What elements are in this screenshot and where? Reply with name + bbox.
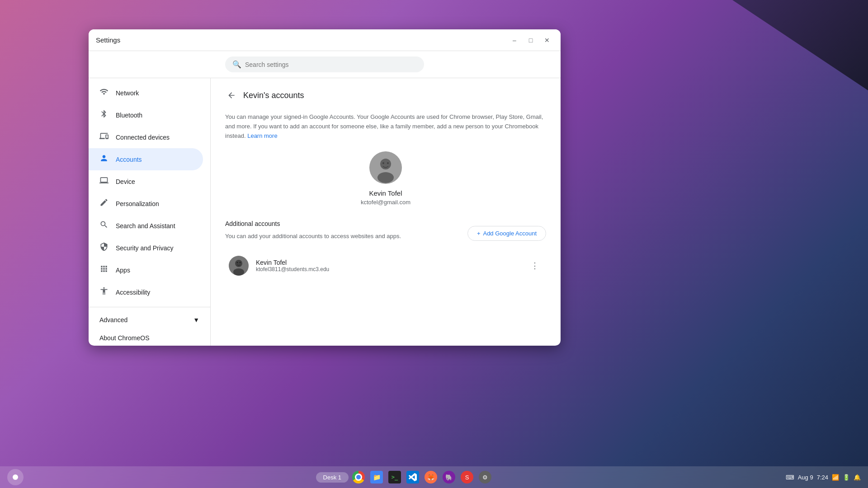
main-content: Network Bluetooth Connected devices xyxy=(89,78,561,346)
battery-icon: 🔋 xyxy=(843,474,850,481)
window-title: Settings xyxy=(96,36,120,44)
notification-icon: 🔔 xyxy=(854,474,861,481)
taskbar: Desk 1 📁 >_ 🦊 🐘 S xyxy=(0,466,868,488)
sidebar-item-search-assistant-label: Search and Assistant xyxy=(116,222,175,230)
terminal-icon: >_ xyxy=(388,471,401,483)
launcher-button[interactable] xyxy=(7,469,24,485)
wifi-status-icon: 📶 xyxy=(832,474,839,481)
window-controls: – □ ✕ xyxy=(508,34,553,47)
add-google-account-button[interactable]: + Add Google Account xyxy=(467,226,546,241)
minimize-button[interactable]: – xyxy=(508,34,521,47)
sketchbook-icon: S xyxy=(461,471,473,483)
search-icon: 🔍 xyxy=(232,60,241,69)
taskbar-time: 7:24 xyxy=(817,474,828,481)
primary-avatar xyxy=(369,151,402,184)
sidebar-item-bluetooth[interactable]: Bluetooth xyxy=(89,104,203,126)
devices-icon xyxy=(99,131,108,143)
account-list-name: Kevin Tofel xyxy=(256,259,520,266)
settings-window: Settings – □ ✕ 🔍 Network xyxy=(89,29,561,346)
search-settings-icon xyxy=(99,220,108,231)
back-button[interactable] xyxy=(225,89,238,102)
primary-account-email: kctofel@gmail.com xyxy=(361,199,410,206)
add-account-label: Add Google Account xyxy=(483,230,537,237)
sidebar-item-device[interactable]: Device xyxy=(89,170,203,192)
app5-icon: 🦊 xyxy=(425,471,437,483)
taskbar-files[interactable]: 📁 xyxy=(368,469,385,485)
sidebar-item-security-privacy[interactable]: Security and Privacy xyxy=(89,237,203,259)
sidebar-item-network[interactable]: Network xyxy=(89,82,203,104)
svg-point-6 xyxy=(235,260,242,267)
sidebar: Network Bluetooth Connected devices xyxy=(89,78,211,346)
sidebar-item-connected-devices-label: Connected devices xyxy=(116,134,170,141)
page-title: Kevin's accounts xyxy=(243,91,304,100)
additional-accounts-info: Additional accounts You can add your add… xyxy=(225,220,401,247)
taskbar-chrome[interactable] xyxy=(350,469,367,485)
taskbar-settings[interactable]: ⚙ xyxy=(477,469,493,485)
taskbar-date: Aug 9 xyxy=(798,474,813,481)
shield-icon xyxy=(99,242,108,253)
titlebar: Settings – □ ✕ xyxy=(89,29,561,51)
sidebar-item-accessibility[interactable]: Accessibility xyxy=(89,281,203,303)
sidebar-item-network-label: Network xyxy=(116,89,139,97)
svg-point-4 xyxy=(387,162,389,164)
close-button[interactable]: ✕ xyxy=(541,34,553,47)
svg-point-3 xyxy=(382,162,384,164)
account-avatar xyxy=(229,256,249,276)
account-more-button[interactable]: ⋮ xyxy=(527,257,542,274)
additional-accounts-subtitle: You can add your additional accounts to … xyxy=(225,233,401,239)
sidebar-item-device-label: Device xyxy=(116,178,135,185)
account-list-item: Kevin Tofel ktofel3811@students.mc3.edu … xyxy=(225,250,546,281)
additional-accounts-section: Additional accounts You can add your add… xyxy=(225,220,546,281)
desk-button[interactable]: Desk 1 xyxy=(316,472,349,483)
sidebar-item-connected-devices[interactable]: Connected devices xyxy=(89,126,203,148)
keyboard-icon: ⌨ xyxy=(786,474,794,481)
vscode-icon xyxy=(406,471,419,483)
taskbar-vscode[interactable] xyxy=(405,469,421,485)
sidebar-item-apps[interactable]: Apps xyxy=(89,259,203,281)
content-panel: Kevin's accounts You can manage your sig… xyxy=(211,78,561,346)
arrow-back-icon xyxy=(227,91,236,100)
additional-accounts-title: Additional accounts xyxy=(225,220,401,227)
avatar-image xyxy=(369,151,402,184)
sidebar-item-accessibility-label: Accessibility xyxy=(116,289,150,296)
search-input[interactable] xyxy=(245,61,417,68)
plus-icon: + xyxy=(477,230,481,237)
sidebar-item-personalization-label: Personalization xyxy=(116,200,159,207)
files-icon: 📁 xyxy=(370,471,383,483)
search-bar[interactable]: 🔍 xyxy=(225,56,424,72)
taskbar-terminal[interactable]: >_ xyxy=(387,469,403,485)
svg-point-9 xyxy=(240,262,241,263)
accessibility-icon xyxy=(99,286,108,298)
account-list-email: ktofel3811@students.mc3.edu xyxy=(256,266,520,272)
learn-more-link[interactable]: Learn more xyxy=(247,132,277,139)
chevron-down-icon: ▼ xyxy=(193,316,199,324)
sidebar-item-personalization[interactable]: Personalization xyxy=(89,192,203,215)
account-avatar-image xyxy=(229,256,249,276)
search-container: 🔍 xyxy=(89,51,561,78)
sidebar-advanced[interactable]: Advanced ▼ xyxy=(89,311,210,329)
advanced-label: Advanced xyxy=(99,316,127,324)
person-icon xyxy=(99,154,108,165)
svg-point-1 xyxy=(380,159,391,169)
info-text: You can manage your signed-in Google Acc… xyxy=(225,113,546,141)
pencil-icon xyxy=(99,198,108,209)
sidebar-item-accounts[interactable]: Accounts xyxy=(89,148,203,170)
taskbar-app5[interactable]: 🦊 xyxy=(423,469,439,485)
primary-account: Kevin Tofel kctofel@gmail.com xyxy=(225,151,546,206)
maximize-button[interactable]: □ xyxy=(524,34,537,47)
svg-point-7 xyxy=(233,268,244,276)
about-label: About ChromeOS xyxy=(99,334,150,342)
sidebar-about[interactable]: About ChromeOS xyxy=(89,329,210,346)
sidebar-item-security-privacy-label: Security and Privacy xyxy=(116,244,174,252)
svg-point-8 xyxy=(237,262,238,263)
taskbar-mastodon[interactable]: 🐘 xyxy=(441,469,457,485)
taskbar-left xyxy=(7,469,24,485)
taskbar-sketchbook[interactable]: S xyxy=(459,469,475,485)
settings-taskbar-icon: ⚙ xyxy=(479,471,491,483)
sidebar-item-bluetooth-label: Bluetooth xyxy=(116,112,142,119)
sidebar-item-search-assistant[interactable]: Search and Assistant xyxy=(89,215,203,237)
laptop-icon xyxy=(99,176,108,187)
sidebar-divider xyxy=(89,307,210,307)
chrome-icon xyxy=(352,471,365,483)
svg-point-2 xyxy=(377,172,394,183)
